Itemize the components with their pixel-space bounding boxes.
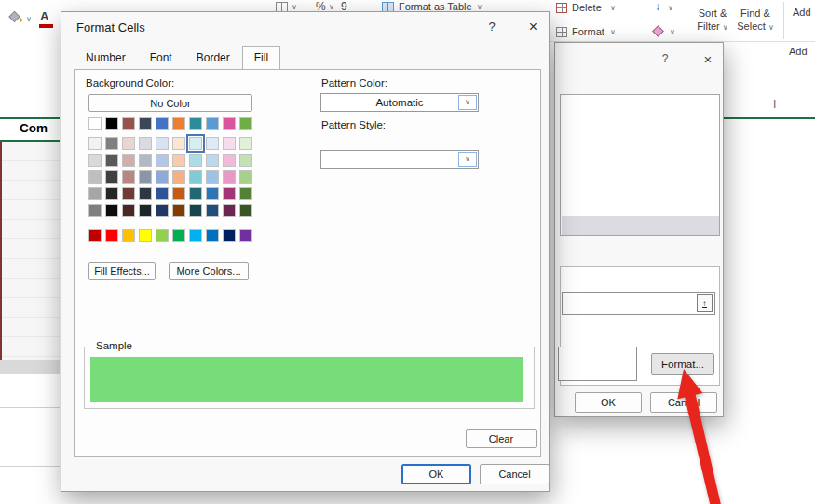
color-swatch[interactable] — [139, 229, 152, 242]
color-swatch[interactable] — [122, 117, 135, 130]
close-button[interactable]: × — [516, 14, 550, 39]
color-swatch[interactable] — [189, 229, 202, 242]
color-swatch[interactable] — [223, 154, 236, 167]
color-swatch[interactable] — [156, 137, 169, 150]
color-swatch[interactable] — [122, 154, 135, 167]
color-swatch[interactable] — [139, 137, 152, 150]
color-swatch[interactable] — [239, 170, 252, 184]
color-swatch[interactable] — [105, 117, 118, 130]
color-swatch[interactable] — [105, 187, 118, 200]
chevron-down-icon[interactable]: ∨ — [329, 4, 334, 11]
color-swatch[interactable] — [223, 117, 236, 130]
rule-type-listbox[interactable] — [560, 94, 720, 236]
selected-list-item[interactable] — [562, 216, 719, 235]
color-swatch[interactable] — [206, 154, 219, 167]
tab-font[interactable]: Font — [138, 46, 184, 70]
color-swatch[interactable] — [172, 187, 185, 200]
color-swatch[interactable] — [105, 137, 118, 150]
color-swatch[interactable] — [172, 137, 185, 150]
color-swatch[interactable] — [88, 187, 102, 200]
color-swatch[interactable] — [88, 170, 102, 184]
clear-button[interactable]: Clear — [466, 429, 537, 448]
color-swatch[interactable] — [88, 154, 102, 167]
color-swatch[interactable] — [105, 154, 118, 167]
font-color-icon[interactable]: A — [40, 9, 48, 23]
color-swatch[interactable] — [122, 229, 135, 242]
close-button[interactable]: × — [697, 48, 719, 69]
format-button[interactable]: Format — [572, 26, 604, 37]
help-button[interactable]: ? — [655, 48, 675, 69]
color-swatch[interactable] — [172, 154, 185, 167]
ok-button[interactable]: OK — [575, 392, 642, 413]
add-ins-button[interactable]: Add — [793, 7, 811, 18]
chevron-down-icon[interactable]: ∨ — [26, 16, 32, 23]
column-header-letter[interactable]: I — [773, 98, 776, 111]
fill-color-icon[interactable] — [7, 10, 25, 26]
color-swatch[interactable] — [105, 229, 118, 242]
chevron-down-icon[interactable]: ∨ — [477, 4, 482, 11]
color-swatch[interactable] — [88, 117, 102, 130]
color-swatch[interactable] — [239, 154, 252, 167]
chevron-down-icon[interactable]: ∨ — [668, 5, 673, 12]
color-swatch[interactable] — [139, 117, 152, 130]
color-swatch[interactable] — [156, 170, 169, 184]
color-swatch[interactable] — [189, 187, 202, 200]
color-swatch[interactable] — [189, 204, 202, 217]
color-swatch[interactable] — [223, 170, 236, 184]
color-swatch[interactable] — [172, 204, 185, 217]
color-swatch[interactable] — [105, 170, 118, 184]
more-colors-button[interactable]: More Colors... — [169, 262, 249, 280]
color-swatch[interactable] — [88, 204, 102, 217]
fill-down-icon[interactable]: ↓ — [655, 0, 660, 13]
pattern-style-dropdown[interactable]: ∨ — [320, 150, 479, 169]
tab-border[interactable]: Border — [184, 46, 242, 70]
color-swatch[interactable] — [88, 137, 102, 150]
color-swatch[interactable] — [156, 187, 169, 200]
dropdown-button[interactable]: ∨ — [458, 152, 477, 167]
cancel-button[interactable]: Cancel — [650, 392, 717, 413]
no-color-button[interactable]: No Color — [88, 94, 252, 112]
fill-effects-button[interactable]: Fill Effects... — [88, 262, 156, 280]
color-swatch[interactable] — [206, 204, 219, 217]
color-swatch[interactable] — [206, 170, 219, 184]
color-swatch[interactable] — [139, 154, 152, 167]
color-swatch[interactable] — [239, 204, 252, 217]
color-swatch[interactable] — [139, 170, 152, 184]
color-swatch[interactable] — [206, 229, 219, 242]
color-swatch[interactable] — [172, 229, 185, 242]
color-swatch[interactable] — [172, 117, 185, 130]
color-swatch[interactable] — [189, 154, 202, 167]
color-swatch[interactable] — [172, 170, 185, 184]
delete-button[interactable]: Delete — [572, 2, 602, 13]
color-swatch[interactable] — [122, 170, 135, 184]
chevron-down-icon[interactable]: ∨ — [670, 29, 675, 36]
tab-number[interactable]: Number — [74, 46, 138, 70]
color-swatch[interactable] — [139, 204, 152, 217]
help-button[interactable]: ? — [476, 14, 508, 39]
collapse-dialog-icon[interactable]: ↑ — [697, 294, 713, 312]
color-swatch[interactable] — [156, 154, 169, 167]
color-swatch[interactable] — [88, 229, 102, 242]
color-swatch[interactable] — [206, 187, 219, 200]
color-swatch[interactable] — [239, 229, 252, 242]
color-swatch[interactable] — [189, 117, 202, 130]
dropdown-button[interactable]: ∨ — [458, 95, 477, 110]
color-swatch[interactable] — [223, 187, 236, 200]
pattern-color-dropdown[interactable]: Automatic ∨ — [320, 93, 479, 112]
color-swatch[interactable] — [156, 117, 169, 130]
worksheet-rows[interactable] — [0, 142, 60, 361]
color-swatch[interactable] — [189, 170, 202, 184]
sort-filter-button[interactable]: Sort & Filter ∨ — [691, 7, 734, 33]
chevron-down-icon[interactable]: ∨ — [610, 5, 616, 12]
tab-fill[interactable]: Fill — [242, 46, 280, 70]
color-swatch[interactable] — [223, 229, 236, 242]
color-swatch[interactable] — [122, 204, 135, 217]
color-swatch[interactable] — [223, 137, 236, 150]
color-swatch[interactable] — [189, 137, 202, 150]
color-swatch[interactable] — [223, 204, 236, 217]
color-swatch[interactable] — [105, 204, 118, 217]
find-select-button[interactable]: Find & Select ∨ — [733, 7, 778, 33]
worksheet-filled-row[interactable] — [0, 360, 60, 374]
chevron-down-icon[interactable]: ∨ — [610, 29, 616, 36]
color-swatch[interactable] — [139, 187, 152, 200]
